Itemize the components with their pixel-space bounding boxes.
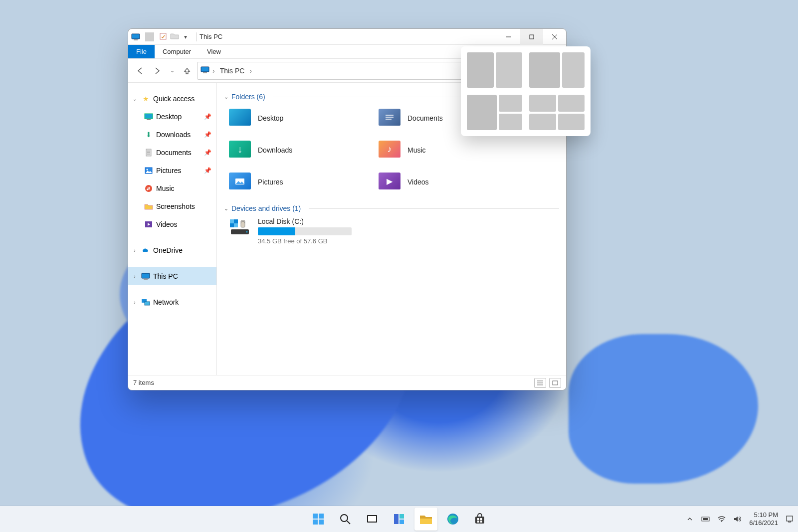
folder-music[interactable]: ♪ Music bbox=[379, 138, 518, 163]
drive-icon bbox=[229, 217, 251, 236]
maximize-button[interactable] bbox=[520, 29, 543, 45]
taskbar-edge[interactable] bbox=[441, 508, 464, 531]
icons-view-button[interactable] bbox=[549, 378, 561, 388]
volume-icon[interactable] bbox=[733, 515, 742, 524]
video-icon bbox=[144, 220, 153, 229]
snap-layouts-popover bbox=[461, 46, 591, 136]
taskbar-clock[interactable]: 5:10 PM 6/16/2021 bbox=[749, 511, 778, 528]
svg-rect-47 bbox=[394, 514, 399, 524]
svg-rect-12 bbox=[147, 119, 151, 120]
svg-rect-24 bbox=[145, 302, 150, 305]
sidebar-item-music[interactable]: Music bbox=[128, 179, 216, 197]
up-button[interactable] bbox=[180, 63, 194, 79]
sidebar-quick-access[interactable]: ⌄ ★ Quick access bbox=[128, 90, 216, 108]
sidebar-item-desktop[interactable]: Desktop 📌 bbox=[128, 108, 216, 126]
snap-layout-halves[interactable] bbox=[467, 52, 522, 88]
sidebar-item-documents[interactable]: Documents 📌 bbox=[128, 144, 216, 162]
forward-button[interactable] bbox=[150, 63, 164, 79]
quick-access-toolbar: ▾ bbox=[131, 32, 190, 41]
taskbar-store[interactable] bbox=[468, 508, 491, 531]
crumb-chevron-icon[interactable]: › bbox=[212, 67, 215, 75]
chevron-right-icon[interactable]: › bbox=[131, 248, 138, 253]
sidebar-item-downloads[interactable]: ⬇ Downloads 📌 bbox=[128, 126, 216, 144]
snap-layout-two-thirds[interactable] bbox=[529, 52, 585, 88]
snap-layout-left-stack[interactable] bbox=[467, 95, 522, 130]
search-button[interactable] bbox=[334, 508, 357, 531]
taskview-button[interactable] bbox=[361, 508, 384, 531]
details-view-button[interactable] bbox=[534, 378, 546, 388]
titlebar[interactable]: ▾ This PC bbox=[128, 29, 566, 45]
sidebar-onedrive[interactable]: › OneDrive bbox=[128, 241, 216, 259]
folder-label: Documents bbox=[407, 114, 443, 122]
chevron-down-icon[interactable]: ⌄ bbox=[224, 94, 228, 100]
music-icon bbox=[144, 184, 153, 193]
crumb-thispc[interactable]: This PC bbox=[218, 66, 247, 76]
properties-icon[interactable] bbox=[159, 32, 168, 41]
picture-icon bbox=[144, 166, 153, 175]
chevron-down-icon[interactable]: ⌄ bbox=[224, 205, 228, 212]
thispc-icon bbox=[141, 272, 150, 281]
onedrive-icon bbox=[141, 246, 150, 255]
svg-rect-46 bbox=[368, 516, 376, 522]
pin-icon[interactable]: 📌 bbox=[204, 167, 211, 174]
start-button[interactable] bbox=[307, 508, 330, 531]
back-button[interactable] bbox=[133, 63, 147, 79]
folder-downloads[interactable]: ↓ Downloads bbox=[229, 138, 369, 163]
clock-date: 6/16/2021 bbox=[749, 519, 778, 527]
minimize-button[interactable] bbox=[497, 29, 520, 45]
sidebar-item-label: Desktop bbox=[156, 113, 182, 121]
svg-line-6 bbox=[552, 34, 557, 39]
svg-rect-60 bbox=[787, 516, 793, 521]
recent-dropdown[interactable]: ⌄ bbox=[167, 63, 177, 79]
folder-desktop[interactable]: Desktop bbox=[229, 106, 369, 131]
sidebar-item-label: Downloads bbox=[156, 131, 191, 139]
sidebar-label: OneDrive bbox=[153, 246, 183, 254]
chevron-right-icon[interactable]: › bbox=[131, 300, 138, 305]
tab-computer[interactable]: Computer bbox=[155, 45, 199, 58]
star-icon: ★ bbox=[141, 94, 150, 103]
sidebar-label: Network bbox=[153, 298, 179, 306]
widgets-button[interactable] bbox=[388, 508, 410, 531]
svg-rect-53 bbox=[480, 518, 482, 520]
pin-icon[interactable]: 📌 bbox=[204, 113, 211, 120]
wifi-icon[interactable] bbox=[717, 515, 726, 524]
tab-file[interactable]: File bbox=[128, 45, 155, 58]
taskbar-file-explorer[interactable] bbox=[414, 508, 437, 531]
pin-icon[interactable]: 📌 bbox=[204, 149, 211, 156]
sidebar-thispc[interactable]: › This PC bbox=[128, 267, 216, 285]
close-button[interactable] bbox=[543, 29, 566, 45]
sidebar-item-pictures[interactable]: Pictures 📌 bbox=[128, 162, 216, 179]
taskbar-center bbox=[307, 508, 491, 531]
pin-icon[interactable]: 📌 bbox=[204, 131, 211, 138]
folder-label: Music bbox=[407, 146, 426, 154]
snap-layout-quad[interactable] bbox=[529, 95, 585, 130]
svg-rect-2 bbox=[160, 33, 166, 39]
notifications-icon[interactable] bbox=[785, 515, 794, 524]
chevron-right-icon[interactable]: › bbox=[131, 274, 138, 279]
folder-videos[interactable]: ▶ Videos bbox=[379, 170, 518, 194]
group-devices-header[interactable]: ⌄ Devices and drives (1) bbox=[224, 204, 559, 212]
group-label: Devices and drives (1) bbox=[231, 204, 301, 212]
tab-view[interactable]: View bbox=[199, 45, 229, 58]
system-tray: 5:10 PM 6/16/2021 bbox=[685, 511, 794, 528]
sidebar-item-label: Videos bbox=[156, 220, 178, 228]
sidebar-item-screenshots[interactable]: Screenshots bbox=[128, 197, 216, 215]
sidebar-network[interactable]: › Network bbox=[128, 293, 216, 311]
navigation-pane: ⌄ ★ Quick access Desktop 📌 ⬇ Downloads 📌… bbox=[128, 83, 217, 375]
folder-pictures[interactable]: Pictures bbox=[229, 170, 369, 194]
battery-icon[interactable] bbox=[701, 515, 710, 524]
taskbar[interactable]: 5:10 PM 6/16/2021 bbox=[0, 506, 798, 532]
sidebar-item-label: Screenshots bbox=[156, 202, 195, 210]
folder-icon bbox=[144, 202, 153, 211]
svg-line-5 bbox=[552, 34, 557, 39]
folder-open-icon[interactable] bbox=[170, 32, 179, 41]
svg-point-59 bbox=[721, 521, 722, 522]
svg-rect-31 bbox=[234, 223, 238, 227]
chevron-down-icon[interactable]: ⌄ bbox=[131, 96, 138, 102]
sidebar-item-videos[interactable]: Videos bbox=[128, 215, 216, 233]
dropdown-icon[interactable]: ▾ bbox=[181, 32, 190, 41]
drive-local-disk-c[interactable]: Local Disk (C:) 34.5 GB free of 57.6 GB bbox=[229, 217, 559, 245]
folder-label: Pictures bbox=[258, 178, 283, 186]
crumb-chevron-icon[interactable]: › bbox=[249, 67, 252, 75]
tray-overflow-icon[interactable] bbox=[685, 515, 694, 524]
